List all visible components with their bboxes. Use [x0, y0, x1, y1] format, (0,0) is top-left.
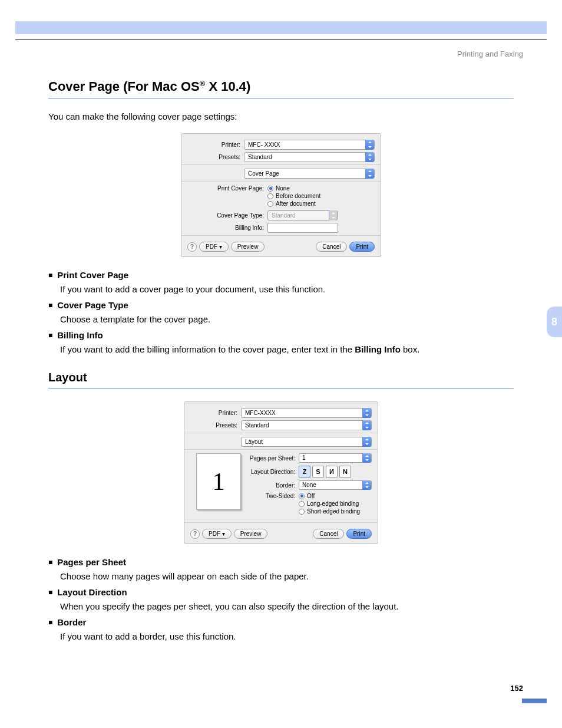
- footer-accent: [522, 699, 547, 703]
- title-sup: ®: [200, 79, 206, 88]
- presets-label: Presets:: [190, 422, 241, 429]
- radio-off[interactable]: [299, 493, 305, 499]
- item-title: Border: [57, 617, 86, 627]
- page-preview: 1: [196, 453, 241, 510]
- item-title: Cover Page Type: [57, 300, 128, 310]
- chevron-down-icon: [329, 210, 338, 220]
- cover-page-dialog: Printer: MFC- XXXX Presets: Standard Cov…: [181, 133, 381, 257]
- cover-page-type-label: Cover Page Type:: [187, 212, 267, 219]
- section1-items: ■Print Cover Page If you want to add a c…: [48, 270, 514, 354]
- pdf-button[interactable]: PDF ▾: [202, 529, 232, 539]
- cancel-button[interactable]: Cancel: [316, 242, 347, 252]
- section1-rule: [48, 98, 514, 98]
- presets-select[interactable]: Standard: [241, 420, 372, 430]
- chevron-down-icon: [362, 408, 371, 418]
- print-cover-page-label: Print Cover Page:: [187, 185, 267, 192]
- chevron-down-icon: [365, 152, 374, 162]
- radio-after[interactable]: [267, 201, 273, 207]
- pdf-button[interactable]: PDF ▾: [199, 242, 229, 252]
- radio-short-edge[interactable]: [299, 509, 305, 515]
- divider: [184, 522, 378, 523]
- cancel-button[interactable]: Cancel: [313, 529, 344, 539]
- printer-select[interactable]: MFC- XXXX: [244, 140, 375, 150]
- layout-dir-2[interactable]: S: [312, 466, 324, 477]
- bullet-icon: ■: [48, 557, 52, 568]
- section2-items: ■Pages per Sheet Choose how many pages w…: [48, 557, 514, 641]
- item-desc: Choose how many pages will appear on eac…: [60, 571, 514, 581]
- item-desc: If you want to add the billing informati…: [60, 344, 514, 354]
- title-post: X 10.4): [205, 79, 250, 94]
- help-button[interactable]: ?: [190, 529, 200, 539]
- page-number: 152: [510, 684, 523, 693]
- bullet-icon: ■: [48, 330, 52, 341]
- divider: [184, 449, 378, 450]
- divider: [181, 164, 381, 165]
- bullet-icon: ■: [48, 300, 52, 311]
- chevron-down-icon: [362, 437, 371, 447]
- billing-info-label: Billing Info:: [187, 225, 267, 231]
- item-title: Pages per Sheet: [57, 557, 126, 567]
- billing-info-input[interactable]: [267, 223, 338, 233]
- radio-before[interactable]: [267, 193, 273, 199]
- presets-select[interactable]: Standard: [244, 152, 375, 162]
- chevron-down-icon: [362, 480, 371, 490]
- item-desc: Choose a template for the cover page.: [60, 314, 514, 324]
- border-select[interactable]: None: [299, 480, 372, 490]
- print-cover-page-group: None Before document After document: [267, 185, 320, 208]
- divider: [184, 433, 378, 433]
- preview-button[interactable]: Preview: [231, 242, 265, 252]
- two-sided-label: Two-Sided:: [248, 493, 299, 499]
- printer-label: Printer:: [187, 141, 244, 148]
- cover-page-type-select[interactable]: Standard: [267, 210, 338, 220]
- item-title: Layout Direction: [57, 587, 127, 597]
- section1-title: Cover Page (For Mac OS® X 10.4): [48, 79, 514, 94]
- divider: [181, 181, 381, 182]
- item-desc: If you want to add a cover page to your …: [60, 284, 514, 294]
- radio-none[interactable]: [267, 186, 273, 192]
- item-desc: When you specify the pages per sheet, yo…: [60, 601, 514, 611]
- layout-dir-3[interactable]: И: [326, 466, 338, 477]
- print-button[interactable]: Print: [349, 242, 375, 252]
- pages-per-sheet-label: Pages per Sheet:: [248, 455, 299, 462]
- header-band: [15, 21, 547, 34]
- bullet-icon: ■: [48, 587, 52, 598]
- layout-dialog: Printer: MFC-XXXX Presets: Standard Layo…: [184, 401, 378, 544]
- item-title: Billing Info: [57, 330, 103, 340]
- pane-select[interactable]: Layout: [241, 437, 372, 447]
- chevron-down-icon: [362, 420, 371, 430]
- printer-label: Printer:: [190, 410, 241, 416]
- chevron-down-icon: [365, 140, 374, 150]
- header-rule: [15, 39, 547, 39]
- print-button[interactable]: Print: [346, 529, 372, 539]
- item-desc: If you want to add a border, use this fu…: [60, 631, 514, 641]
- bullet-icon: ■: [48, 270, 52, 281]
- layout-direction-buttons: Z S И N: [299, 466, 351, 477]
- pages-per-sheet-select[interactable]: 1: [299, 453, 372, 463]
- two-sided-group: Off Long-edged binding Short-edged bindi…: [299, 493, 360, 516]
- printer-select[interactable]: MFC-XXXX: [241, 408, 372, 418]
- header-section-label: Printing and Faxing: [457, 50, 523, 58]
- radio-long-edge[interactable]: [299, 501, 305, 507]
- layout-dir-1[interactable]: Z: [299, 466, 310, 477]
- presets-label: Presets:: [187, 154, 244, 160]
- chapter-tab: 8: [547, 307, 562, 337]
- title-pre: Cover Page (For Mac OS: [48, 79, 200, 94]
- layout-direction-label: Layout Direction:: [248, 469, 299, 475]
- section2-rule: [48, 388, 514, 388]
- pane-select[interactable]: Cover Page: [244, 169, 375, 179]
- chevron-down-icon: [365, 169, 374, 179]
- chevron-down-icon: [362, 453, 371, 463]
- bullet-icon: ■: [48, 617, 52, 628]
- border-label: Border:: [248, 482, 299, 489]
- item-title: Print Cover Page: [57, 270, 128, 280]
- section2-title: Layout: [48, 371, 514, 384]
- layout-dir-4[interactable]: N: [339, 466, 351, 477]
- help-button[interactable]: ?: [187, 242, 197, 252]
- section1-intro: You can make the following cover page se…: [48, 111, 514, 121]
- divider: [181, 235, 381, 236]
- preview-button[interactable]: Preview: [234, 529, 268, 539]
